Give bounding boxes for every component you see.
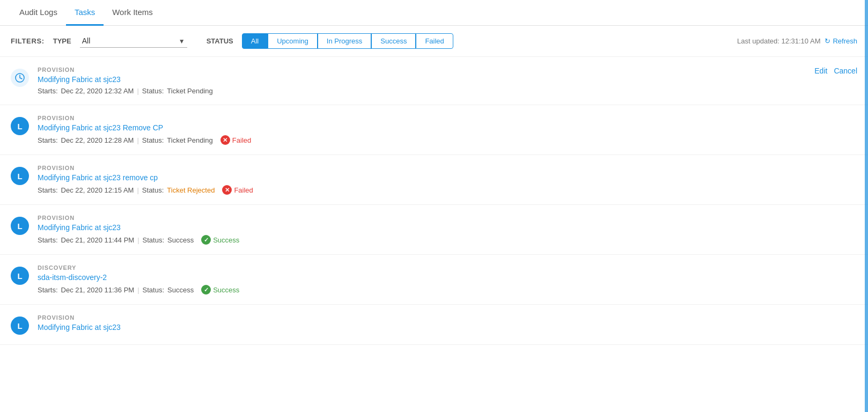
meta-divider: | — [137, 87, 138, 95]
status-badge: ✕Failed — [220, 135, 251, 145]
status-label-text: Status: — [143, 286, 164, 294]
task-item: LPROVISIONModifying Fabric at sjc23 Remo… — [0, 105, 868, 155]
task-meta: Starts:Dec 21, 2020 11:44 PM|Status:Succ… — [38, 235, 857, 245]
task-body: PROVISIONModifying Fabric at sjc23 remov… — [38, 165, 857, 195]
cancel-button[interactable]: Cancel — [834, 67, 857, 75]
starts-label: Starts: — [38, 87, 58, 95]
check-icon: ✓ — [201, 285, 211, 295]
meta-divider: | — [137, 136, 138, 144]
status-badge: ✓Success — [201, 285, 239, 295]
status-value: Success — [167, 236, 194, 244]
task-meta: Starts:Dec 22, 2020 12:28 AM|Status:Tick… — [38, 135, 857, 145]
badge-text: Failed — [232, 136, 251, 144]
status-label-text: Status: — [142, 87, 164, 95]
type-select-wrapper: All Provision Discovery ▼ — [80, 34, 187, 48]
task-icon: L — [11, 217, 29, 235]
scrollbar-track — [865, 0, 868, 345]
status-badge: ✓Success — [201, 235, 239, 245]
starts-label: Starts: — [38, 236, 58, 244]
task-icon — [11, 69, 29, 87]
last-updated-text: Last updated: 12:31:10 AM — [737, 37, 820, 45]
task-category: PROVISION — [38, 67, 857, 73]
task-title[interactable]: Modifying Fabric at sjc23 remove cp — [38, 173, 857, 182]
status-btn-success[interactable]: Success — [371, 33, 416, 49]
task-title[interactable]: Modifying Fabric at sjc23 — [38, 75, 857, 84]
last-updated: Last updated: 12:31:10 AM ↻ Refresh — [737, 37, 857, 45]
starts-value: Dec 21, 2020 11:44 PM — [61, 236, 135, 244]
x-icon: ✕ — [220, 135, 230, 145]
status-label-text: Status: — [142, 186, 164, 194]
task-meta: Starts:Dec 22, 2020 12:32 AM|Status:Tick… — [38, 87, 857, 95]
status-label-text: Status: — [143, 236, 164, 244]
task-body: PROVISIONModifying Fabric at sjc23 Remov… — [38, 115, 857, 145]
refresh-button[interactable]: ↻ Refresh — [825, 37, 857, 45]
x-icon: ✕ — [222, 185, 232, 195]
task-meta: Starts:Dec 22, 2020 12:15 AM|Status:Tick… — [38, 185, 857, 195]
starts-value: Dec 22, 2020 12:28 AM — [61, 136, 134, 144]
starts-value: Dec 22, 2020 12:15 AM — [61, 186, 134, 194]
status-badge: ✕Failed — [222, 185, 253, 195]
badge-text: Failed — [234, 186, 253, 194]
refresh-label: Refresh — [833, 37, 857, 45]
starts-label: Starts: — [38, 286, 58, 294]
starts-label: Starts: — [38, 186, 58, 194]
meta-divider: | — [137, 286, 139, 294]
meta-divider: | — [137, 236, 139, 244]
starts-label: Starts: — [38, 136, 58, 144]
type-select[interactable]: All Provision Discovery — [80, 34, 187, 48]
status-label-text: Status: — [142, 136, 164, 144]
task-title[interactable]: Modifying Fabric at sjc23 Remove CP — [38, 123, 857, 132]
status-buttons: All Upcoming In Progress Success Failed — [242, 33, 453, 49]
status-btn-in-progress[interactable]: In Progress — [318, 33, 371, 49]
task-icon: L — [11, 267, 29, 285]
task-icon: L — [11, 317, 29, 335]
starts-value: Dec 22, 2020 12:32 AM — [61, 87, 134, 95]
status-btn-upcoming[interactable]: Upcoming — [268, 33, 318, 49]
task-meta: Starts:Dec 21, 2020 11:36 PM|Status:Succ… — [38, 285, 857, 295]
task-body: PROVISIONModifying Fabric at sjc23Starts… — [38, 215, 857, 245]
filters-label: FILTERS: — [11, 37, 45, 45]
task-icon: L — [11, 117, 29, 135]
task-item: LPROVISIONModifying Fabric at sjc23 remo… — [0, 155, 868, 205]
tab-work-items[interactable]: Work Items — [104, 0, 161, 26]
badge-text: Success — [213, 236, 239, 244]
status-value: Ticket Rejected — [167, 186, 215, 194]
status-btn-all[interactable]: All — [242, 33, 268, 49]
task-category: PROVISION — [38, 115, 857, 121]
filters-bar: FILTERS: TYPE All Provision Discovery ▼ … — [0, 26, 868, 57]
task-category: PROVISION — [38, 215, 857, 221]
task-body: DISCOVERYsda-itsm-discovery-2Starts:Dec … — [38, 264, 857, 295]
task-actions: EditCancel — [814, 67, 857, 75]
tab-tasks[interactable]: Tasks — [66, 0, 104, 26]
meta-divider: | — [137, 186, 138, 194]
task-category: PROVISION — [38, 165, 857, 171]
filters-type-label: TYPE — [53, 37, 71, 45]
task-item: PROVISIONModifying Fabric at sjc23Starts… — [0, 57, 868, 105]
refresh-icon: ↻ — [825, 37, 830, 45]
edit-button[interactable]: Edit — [814, 67, 827, 75]
task-title[interactable]: Modifying Fabric at sjc23 — [38, 223, 857, 232]
task-item: LPROVISIONModifying Fabric at sjc23 — [0, 305, 868, 345]
task-icon: L — [11, 167, 29, 185]
task-category: DISCOVERY — [38, 264, 857, 271]
status-value: Ticket Pending — [167, 87, 213, 95]
task-body: PROVISIONModifying Fabric at sjc23 — [38, 314, 857, 335]
status-value: Ticket Pending — [167, 136, 213, 144]
task-list: PROVISIONModifying Fabric at sjc23Starts… — [0, 57, 868, 345]
task-item: LPROVISIONModifying Fabric at sjc23Start… — [0, 205, 868, 255]
starts-value: Dec 21, 2020 11:36 PM — [61, 286, 135, 294]
tab-audit-logs[interactable]: Audit Logs — [11, 0, 66, 26]
status-btn-failed[interactable]: Failed — [416, 33, 453, 49]
status-label: STATUS — [207, 37, 233, 45]
task-title[interactable]: Modifying Fabric at sjc23 — [38, 323, 857, 332]
task-title[interactable]: sda-itsm-discovery-2 — [38, 273, 857, 282]
status-value: Success — [167, 286, 194, 294]
task-category: PROVISION — [38, 314, 857, 321]
check-icon: ✓ — [201, 235, 211, 245]
task-body: PROVISIONModifying Fabric at sjc23Starts… — [38, 67, 857, 95]
tabs-bar: Audit Logs Tasks Work Items — [0, 0, 868, 26]
task-item: LDISCOVERYsda-itsm-discovery-2Starts:Dec… — [0, 255, 868, 305]
badge-text: Success — [213, 286, 239, 294]
